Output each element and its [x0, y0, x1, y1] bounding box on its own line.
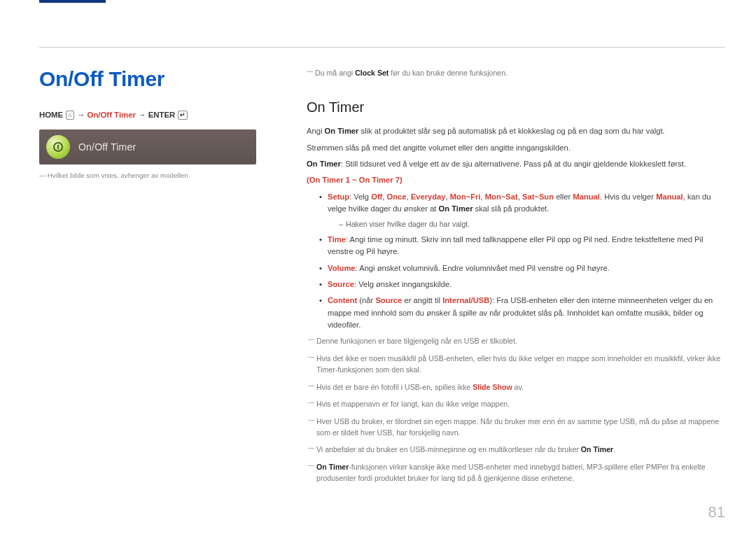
enter-icon: ↵	[178, 111, 188, 120]
page-number: 81	[708, 503, 725, 521]
arrow-icon: →	[138, 111, 146, 119]
menu-preview: On/Off Timer	[39, 129, 256, 164]
page-title: On/Off Timer	[39, 67, 270, 91]
intro-p1: Angi On Timer slik at produktet slår seg…	[307, 125, 725, 137]
note-2: Hvis det ikke er noen musikkfil på USB-e…	[308, 353, 725, 376]
breadcrumb: HOME ⌂ → On/Off Timer → ENTER ↵	[39, 111, 270, 120]
top-rule	[39, 47, 725, 48]
left-column: On/Off Timer HOME ⌂ → On/Off Timer → ENT…	[39, 67, 270, 490]
intro-p2: Strømmen slås på med det angitte volumet…	[307, 142, 725, 154]
breadcrumb-feature: On/Off Timer	[88, 111, 136, 119]
home-icon: ⌂	[66, 111, 74, 120]
note-5: Hver USB du bruker, er tilordnet sin ege…	[308, 416, 725, 439]
page: On/Off Timer HOME ⌂ → On/Off Timer → ENT…	[0, 0, 756, 534]
note-6: Vi anbefaler at du bruker en USB-minnepi…	[308, 444, 725, 455]
preview-label: On/Off Timer	[78, 141, 136, 153]
topnote: Du må angi Clock Set før du kan bruke de…	[307, 67, 725, 78]
arrow-icon: →	[77, 111, 85, 119]
breadcrumb-home: HOME	[39, 111, 63, 119]
intro-p3: On Timer: Still tidsuret ved å velge ett…	[307, 158, 725, 170]
right-column: Du må angi Clock Set før du kan bruke de…	[307, 67, 725, 490]
bullet-content: Content (når Source er angitt til Intern…	[319, 295, 725, 331]
bullet-time: Time: Angi time og minutt. Skriv inn tal…	[319, 234, 725, 258]
note-3: Hvis det er bare én fotofil i USB-en, sp…	[308, 381, 725, 393]
note-1: Denne funksjonen er bare tilgjengelig nå…	[308, 335, 725, 346]
bullet-source: Source: Velg ønsket inngangskilde.	[319, 279, 725, 290]
section-subtitle: On Timer	[307, 97, 725, 118]
breadcrumb-enter: ENTER	[148, 111, 176, 119]
image-caption: ―Hvilket bilde som vises, avhenger av mo…	[39, 171, 270, 179]
chapter-marker	[39, 0, 106, 3]
columns: On/Off Timer HOME ⌂ → On/Off Timer → ENT…	[39, 67, 725, 490]
notes-list: Denne funksjonen er bare tilgjengelig nå…	[307, 335, 725, 484]
subnote-check: Haken viser hvilke dager du har valgt.	[339, 218, 725, 230]
bullet-list: Setup: Velg Off, Once, Everyday, Mon~Fri…	[307, 191, 725, 332]
note-4: Hvis et mappenavn er for langt, kan du i…	[308, 398, 725, 409]
bullet-setup: Setup: Velg Off, Once, Everyday, Mon~Fri…	[319, 191, 725, 230]
timer-icon	[46, 135, 70, 159]
note-7: On Timer-funksjonen virker kanskje ikke …	[308, 461, 725, 484]
bullet-volume: Volume: Angi ønsket volumnivå. Endre vol…	[319, 262, 725, 274]
range-label: (On Timer 1 ~ On Timer 7)	[307, 174, 725, 186]
